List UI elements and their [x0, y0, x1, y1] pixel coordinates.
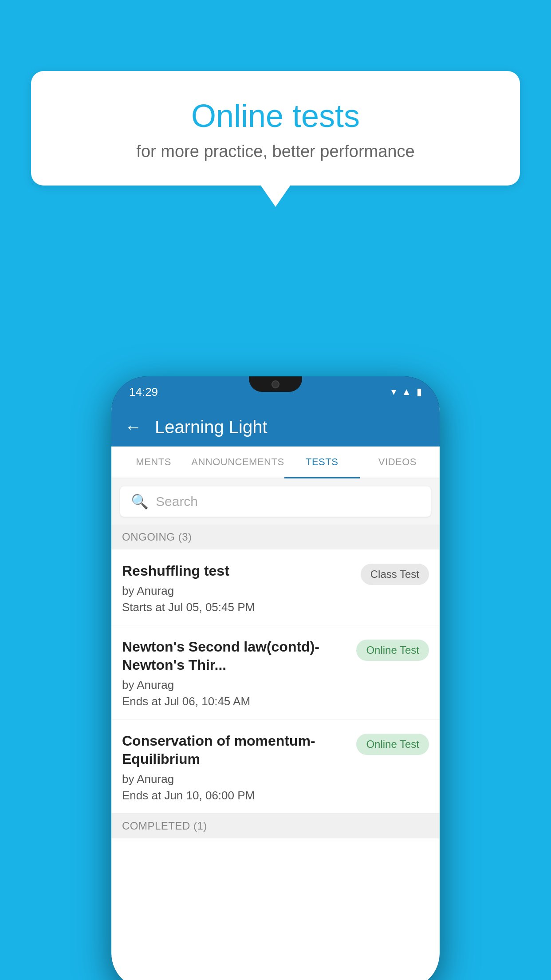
- app-title: Learning Light: [155, 417, 268, 437]
- camera-dot: [272, 380, 279, 388]
- test-name: Reshuffling test: [122, 562, 354, 581]
- battery-icon: ▮: [417, 386, 422, 398]
- search-bar[interactable]: 🔍 Search: [120, 486, 431, 517]
- test-info: Reshuffling test by Anurag Starts at Jul…: [122, 562, 354, 614]
- tab-videos[interactable]: VIDEOS: [360, 447, 435, 478]
- list-item[interactable]: Conservation of momentum-Equilibrium by …: [111, 719, 440, 814]
- status-bar: 14:29 ▾ ▲ ▮: [111, 376, 440, 407]
- tab-announcements[interactable]: ANNOUNCEMENTS: [191, 447, 284, 478]
- promo-bubble: Online tests for more practice, better p…: [31, 71, 520, 186]
- list-item[interactable]: Reshuffling test by Anurag Starts at Jul…: [111, 549, 440, 625]
- test-time: Starts at Jul 05, 05:45 PM: [122, 601, 354, 614]
- search-input[interactable]: Search: [156, 494, 198, 509]
- test-badge: Online Test: [356, 734, 429, 755]
- test-time: Ends at Jun 10, 06:00 PM: [122, 789, 349, 802]
- speech-bubble-card: Online tests for more practice, better p…: [31, 71, 520, 186]
- signal-icon: ▲: [401, 386, 411, 398]
- search-container: 🔍 Search: [111, 478, 440, 525]
- bubble-title: Online tests: [58, 98, 493, 134]
- status-time: 14:29: [129, 385, 158, 399]
- test-name: Newton's Second law(contd)-Newton's Thir…: [122, 638, 349, 675]
- wifi-icon: ▾: [391, 386, 396, 398]
- ongoing-section-header: ONGOING (3): [111, 525, 440, 549]
- test-badge: Class Test: [361, 564, 429, 585]
- test-badge: Online Test: [356, 640, 429, 661]
- test-name: Conservation of momentum-Equilibrium: [122, 732, 349, 769]
- test-info: Conservation of momentum-Equilibrium by …: [122, 732, 349, 802]
- phone-screen: ← Learning Light MENTS ANNOUNCEMENTS TES…: [111, 407, 440, 980]
- bubble-subtitle: for more practice, better performance: [58, 142, 493, 161]
- completed-section-header: COMPLETED (1): [111, 814, 440, 838]
- back-button[interactable]: ←: [125, 418, 142, 437]
- list-item[interactable]: Newton's Second law(contd)-Newton's Thir…: [111, 625, 440, 719]
- search-icon: 🔍: [131, 493, 149, 510]
- app-header: ← Learning Light: [111, 407, 440, 447]
- test-author: by Anurag: [122, 584, 354, 598]
- tab-ments[interactable]: MENTS: [116, 447, 191, 478]
- test-list: Reshuffling test by Anurag Starts at Jul…: [111, 549, 440, 814]
- status-icons: ▾ ▲ ▮: [391, 386, 422, 398]
- test-author: by Anurag: [122, 678, 349, 692]
- test-author: by Anurag: [122, 772, 349, 786]
- phone-frame: 14:29 ▾ ▲ ▮ ← Learning Light MENTS ANNOU…: [111, 376, 440, 980]
- test-time: Ends at Jul 06, 10:45 AM: [122, 695, 349, 708]
- test-info: Newton's Second law(contd)-Newton's Thir…: [122, 638, 349, 708]
- tab-tests[interactable]: TESTS: [284, 447, 360, 478]
- tab-bar: MENTS ANNOUNCEMENTS TESTS VIDEOS: [111, 447, 440, 478]
- phone-notch: [249, 376, 302, 392]
